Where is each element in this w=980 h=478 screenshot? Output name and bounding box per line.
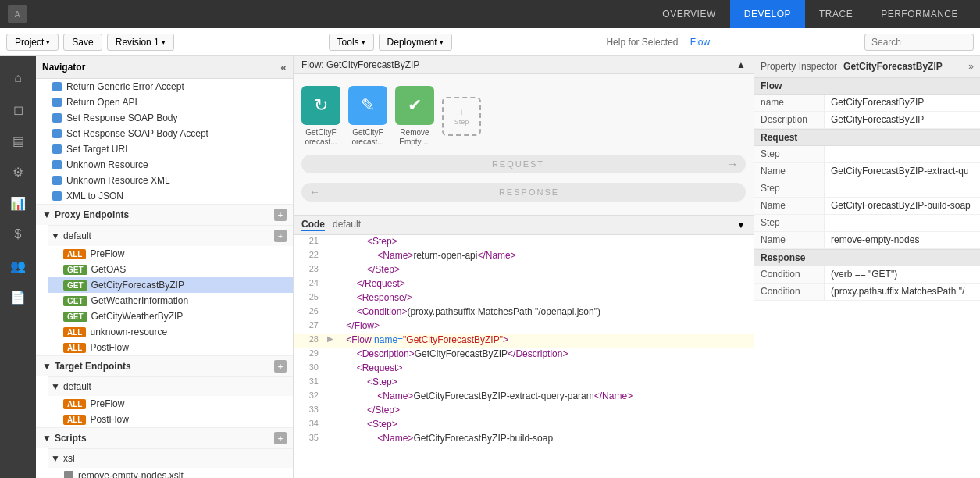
item-icon-xml-json [52,191,62,202]
flow-step-2[interactable]: ✎ GetCityForecast... [348,86,387,147]
sidebar-item-getcityweather[interactable]: GET GetCityWeatherByZIP [48,309,293,324]
item-icon-unknown [52,159,62,170]
response-lane-line: ← RESPONSE [301,183,746,202]
app-logo: A [8,5,27,23]
tab-overview[interactable]: OVERVIEW [648,0,729,28]
prop-val-step2[interactable] [825,180,980,197]
tab-trace[interactable]: TRACE [805,0,867,28]
flow-title: Flow: GetCityForecastByZIP [301,59,419,70]
sidebar-item-getweather[interactable]: GET GetWeatherInformation [48,293,293,309]
request-arrow-right: → [727,158,738,170]
prop-key-name-step3: Name [754,232,825,248]
proxy-endpoints-label: Proxy Endpoints [55,209,129,220]
sidebar-item-unknown-resource-xml[interactable]: Unknown Resource XML [36,173,293,188]
sidebar-item-target-preflow[interactable]: ALL PreFlow [48,396,293,412]
monetize-icon[interactable]: $ [4,220,32,248]
prop-val-condition-extra[interactable]: (proxy.pathsuffix MatchesPath "/ [825,284,980,300]
proxy-default-header[interactable]: ▼ default + [48,225,293,246]
code-panel-collapse-btn[interactable]: ▼ [736,219,746,230]
prop-key-condition-response: Condition [754,266,825,283]
sidebar-item-set-response-soap[interactable]: Set Response SOAP Body [36,110,293,126]
code-line-33: 33 </Step> [294,404,754,418]
prop-val-name[interactable]: GetCityForecastByZIP [825,95,980,111]
center-panel: Flow: GetCityForecastByZIP ▲ ↻ GetCityFo… [294,56,754,478]
proxy-endpoints-section[interactable]: ▼ Proxy Endpoints + [36,204,293,225]
search-input[interactable] [864,34,974,51]
prop-val-name-step3[interactable]: remove-empty-nodes [825,232,980,248]
code-line-25: 25 <Response/> [294,291,754,305]
tab-performance[interactable]: PERFORMANCE [867,0,972,28]
sidebar-item-return-open[interactable]: Return Open API [36,95,293,110]
sidebar-item-set-response-soap-accept[interactable]: Set Response SOAP Body Accept [36,126,293,141]
sidebar-item-target-postflow[interactable]: ALL PostFlow [48,412,293,427]
deployment-button[interactable]: Deployment ▾ [379,34,452,51]
sidebar-item-set-target-url[interactable]: Set Target URL [36,141,293,157]
add-step-plus: + [458,107,464,118]
prop-row-step1: Step [754,146,980,163]
add-scripts-btn[interactable]: + [274,432,287,444]
prop-key-name-step1: Name [754,163,825,180]
proxy-default-label: default [63,230,91,241]
sidebar: Navigator « Return Generic Error Accept … [36,56,294,478]
target-endpoints-section[interactable]: ▼ Target Endpoints + [36,355,293,376]
item-icon-unknown-xml [52,175,62,186]
tab-develop[interactable]: DEVELOP [730,0,805,28]
revision-button[interactable]: Revision 1 ▾ [107,34,174,51]
add-proxy-endpoint-btn[interactable]: + [274,209,287,221]
right-panel-collapse-btn[interactable]: » [968,61,974,72]
project-button[interactable]: Project ▾ [6,34,59,51]
sidebar-item-postflow[interactable]: ALL PostFlow [48,340,293,355]
tools-button[interactable]: Tools ▾ [329,34,374,51]
project-chevron: ▾ [46,38,50,46]
flow-step-3[interactable]: ✔ RemoveEmpty ... [395,86,434,147]
flow-step-1[interactable]: ↻ GetCityForecast... [301,86,340,147]
analytics-icon[interactable]: 📊 [4,189,32,217]
community-icon[interactable]: 👥 [4,251,32,280]
prop-val-condition-response[interactable]: (verb == "GET") [825,266,980,283]
add-target-endpoint-btn[interactable]: + [274,360,287,373]
prop-val-name-step1[interactable]: GetCityForecastByZIP-extract-qu [825,163,980,180]
prop-val-description[interactable]: GetCityForecastByZIP [825,112,980,128]
step-icon-1: ↻ [301,86,340,125]
sidebar-item-unknown-resource-proxy[interactable]: ALL unknown-resource [48,324,293,340]
add-step-label: Step [454,118,469,126]
flow-collapse-btn[interactable]: ▲ [736,59,746,70]
response-arrow-left: ← [309,186,320,198]
deploy-icon[interactable]: ▤ [4,127,32,155]
prop-row-description: Description GetCityForecastByZIP [754,112,980,129]
home-icon[interactable]: ⌂ [4,64,32,92]
code-line-31: 31 <Step> [294,376,754,390]
docs-icon[interactable]: 📄 [4,283,32,311]
save-button[interactable]: Save [63,34,102,51]
code-tab-default[interactable]: default [333,219,361,231]
add-proxy-default-btn[interactable]: + [274,230,287,242]
scripts-xsl-header[interactable]: ▼ xsl [48,448,293,468]
sidebar-item-unknown-resource[interactable]: Unknown Resource [36,157,293,173]
code-tab-code[interactable]: Code [301,219,325,231]
api-icon[interactable]: ◻ [4,95,32,123]
scripts-section[interactable]: ▼ Scripts + [36,427,293,448]
left-icon-bar: ⌂ ◻ ▤ ⚙ 📊 $ 👥 📄 [0,56,36,478]
prop-row-name: name GetCityForecastByZIP [754,95,980,112]
flow-link[interactable]: Flow [690,37,710,48]
response-label: RESPONSE [320,187,738,197]
prop-val-step1[interactable] [825,146,980,162]
add-step-btn[interactable]: + Step [442,97,481,136]
code-panel: Code default ▼ 21 <Step> 22 <Name>return… [294,216,754,478]
sidebar-item-return-generic[interactable]: Return Generic Error Accept [36,79,293,95]
prop-val-name-step2[interactable]: GetCityForecastByZIP-build-soap [825,198,980,214]
sidebar-item-remove-empty-nodes[interactable]: remove-empty-nodes.xslt [48,468,293,478]
sidebar-item-getoas[interactable]: GET GetOAS [48,262,293,277]
sidebar-item-preflow[interactable]: ALL PreFlow [48,246,293,262]
property-inspector-label: Property Inspector [761,61,837,72]
sidebar-item-getcityforecastbyzip[interactable]: GET GetCityForecastByZIP [48,277,293,293]
settings-icon[interactable]: ⚙ [4,158,32,186]
prop-row-name-step1: Name GetCityForecastByZIP-extract-qu [754,163,980,180]
target-default-label: default [63,381,91,392]
prop-val-step3[interactable] [825,215,980,231]
sidebar-item-xml-to-json[interactable]: XML to JSON [36,188,293,204]
sidebar-collapse-btn[interactable]: « [280,61,287,73]
target-collapse-icon: ▼ [42,361,52,372]
preflow-badge: ALL [63,249,86,259]
target-default-header[interactable]: ▼ default [48,376,293,396]
